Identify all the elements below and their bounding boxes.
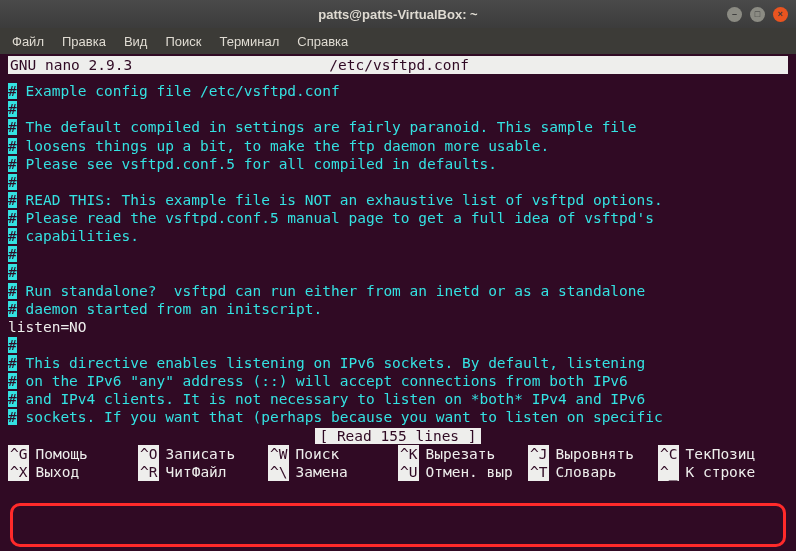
comment-hash: # [8,301,17,317]
annotation-highlight [10,503,786,547]
shortcut-row-2: ^XВыход^RЧитФайл^\Замена^UОтмен. выр^TСл… [8,463,788,481]
shortcut-key: ^T [528,463,549,481]
shortcut-key: ^O [138,445,159,463]
editor-line: # [8,263,788,281]
shortcut-label: Записать [165,445,235,463]
comment-hash: # [8,174,17,190]
comment-text: This directive enables listening on IPv6… [17,355,646,371]
maximize-button[interactable]: □ [750,7,765,22]
shortcut-key: ^U [398,463,419,481]
editor-line: # Run standalone? vsftpd can run either … [8,282,788,300]
comment-hash: # [8,228,17,244]
menu-file[interactable]: Файл [4,31,52,52]
editor-line: # and IPv4 clients. It is not necessary … [8,390,788,408]
comment-text: loosens things up a bit, to make the ftp… [17,138,550,154]
comment-hash: # [8,156,17,172]
shortcut-item: ^\Замена [268,463,398,481]
editor-body[interactable]: # Example config file /etc/vsftpd.conf##… [8,82,788,426]
menu-view[interactable]: Вид [116,31,156,52]
menu-help[interactable]: Справка [289,31,356,52]
shortcut-item: ^OЗаписать [138,445,268,463]
nano-header: GNU nano 2.9.3 /etc/vsftpd.conf [8,56,788,74]
menubar: Файл Правка Вид Поиск Терминал Справка [0,28,796,54]
editor-line: # [8,245,788,263]
comment-hash: # [8,119,17,135]
shortcut-label: Помощь [35,445,87,463]
comment-hash: # [8,391,17,407]
comment-hash: # [8,264,17,280]
shortcut-label: Выровнять [555,445,634,463]
shortcut-item: ^RЧитФайл [138,463,268,481]
comment-hash: # [8,355,17,371]
comment-hash: # [8,246,17,262]
nano-status-line: [ Read 155 lines ] [8,427,788,445]
comment-hash: # [8,210,17,226]
shortcut-label: Словарь [555,463,616,481]
shortcut-key: ^R [138,463,159,481]
editor-line: # [8,336,788,354]
close-button[interactable]: × [773,7,788,22]
shortcut-label: Отмен. выр [425,463,512,481]
shortcut-item: ^CТекПозиц [658,445,788,463]
comment-hash: # [8,101,17,117]
comment-text: The default compiled in settings are fai… [17,119,637,135]
shortcut-key: ^W [268,445,289,463]
shortcut-key: ^J [528,445,549,463]
editor-line: # capabilities. [8,227,788,245]
comment-hash: # [8,337,17,353]
menu-search[interactable]: Поиск [157,31,209,52]
comment-text: Example config file /etc/vsftpd.conf [17,83,340,99]
shortcut-label: К строке [685,463,755,481]
editor-line: # on the IPv6 "any" address (::) will ac… [8,372,788,390]
comment-text: sockets. If you want that (perhaps becau… [17,409,663,425]
editor-line: # daemon started from an initscript. [8,300,788,318]
terminal-viewport[interactable]: GNU nano 2.9.3 /etc/vsftpd.conf # Exampl… [0,54,796,551]
editor-line: # sockets. If you want that (perhaps bec… [8,408,788,426]
minimize-button[interactable]: – [727,7,742,22]
comment-hash: # [8,138,17,154]
shortcut-item: ^_К строке [658,463,788,481]
editor-line: # Please read the vsftpd.conf.5 manual p… [8,209,788,227]
comment-text: Please read the vsftpd.conf.5 manual pag… [17,210,654,226]
shortcut-item: ^WПоиск [268,445,398,463]
shortcut-item: ^TСловарь [528,463,658,481]
nano-header-spacer [666,56,786,74]
shortcut-row-1: ^GПомощь^OЗаписать^WПоиск^KВырезать^JВыр… [8,445,788,463]
comment-text: Run standalone? vsftpd can run either fr… [17,283,646,299]
shortcut-label: Выход [35,463,79,481]
shortcut-label: ЧитФайл [165,463,226,481]
shortcut-key: ^C [658,445,679,463]
editor-line: # [8,100,788,118]
editor-line: # This directive enables listening on IP… [8,354,788,372]
shortcut-key: ^_ [658,463,679,481]
terminal-window: patts@patts-VirtualBox: ~ – □ × Файл Пра… [0,0,796,551]
shortcut-key: ^K [398,445,419,463]
comment-text: on the IPv6 "any" address (::) will acce… [17,373,628,389]
shortcut-label: Поиск [295,445,339,463]
menu-terminal[interactable]: Терминал [211,31,287,52]
editor-line: # READ THIS: This example file is NOT an… [8,191,788,209]
editor-line: # Please see vsftpd.conf.5 for all compi… [8,155,788,173]
comment-text: Please see vsftpd.conf.5 for all compile… [17,156,497,172]
shortcut-key: ^\ [268,463,289,481]
editor-line: listen=NO [8,318,788,336]
comment-text: and IPv4 clients. It is not necessary to… [17,391,646,407]
shortcut-item: ^XВыход [8,463,138,481]
comment-text: READ THIS: This example file is NOT an e… [17,192,663,208]
shortcut-label: Замена [295,463,347,481]
comment-hash: # [8,283,17,299]
menu-edit[interactable]: Правка [54,31,114,52]
shortcut-item: ^UОтмен. выр [398,463,528,481]
nano-status-text: [ Read 155 lines ] [315,428,480,444]
editor-line: # [8,173,788,191]
shortcut-key: ^X [8,463,29,481]
shortcut-label: Вырезать [425,445,495,463]
comment-hash: # [8,409,17,425]
shortcut-item: ^GПомощь [8,445,138,463]
shortcut-label: ТекПозиц [685,445,755,463]
shortcut-key: ^G [8,445,29,463]
comment-hash: # [8,192,17,208]
editor-line: # loosens things up a bit, to make the f… [8,137,788,155]
comment-hash: # [8,83,17,99]
window-title: patts@patts-VirtualBox: ~ [318,7,477,22]
